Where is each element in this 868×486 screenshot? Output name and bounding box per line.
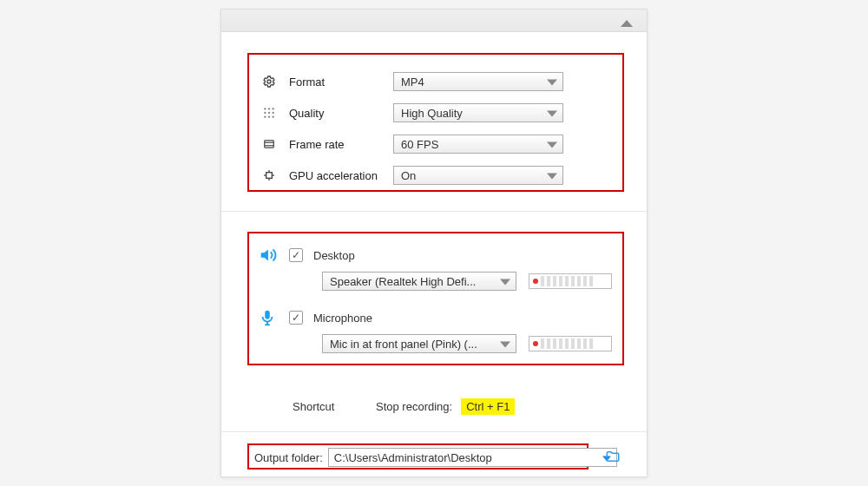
svg-point-2 bbox=[268, 108, 270, 109]
mic-audio-meter bbox=[529, 336, 612, 351]
desktop-device-row: Speaker (Realtek High Defi... bbox=[322, 272, 612, 291]
desktop-audio-row: ✓ Desktop bbox=[258, 246, 355, 265]
svg-marker-18 bbox=[261, 250, 268, 261]
svg-rect-13 bbox=[266, 173, 273, 179]
chevron-down-icon bbox=[547, 76, 557, 89]
quality-label: Quality bbox=[289, 107, 393, 120]
browse-folder-button[interactable] bbox=[603, 449, 622, 464]
microphone-row: ✓ Microphone bbox=[258, 308, 372, 327]
divider bbox=[221, 211, 647, 212]
chevron-down-icon bbox=[547, 169, 557, 182]
chip-icon bbox=[261, 167, 277, 183]
svg-point-5 bbox=[268, 112, 270, 114]
desktop-audio-meter bbox=[529, 273, 612, 289]
svg-point-8 bbox=[268, 116, 270, 118]
format-label: Format bbox=[289, 76, 393, 89]
svg-point-6 bbox=[273, 112, 274, 114]
quality-row: Quality High Quality bbox=[261, 103, 563, 122]
svg-point-0 bbox=[267, 80, 271, 83]
panel-header bbox=[221, 10, 647, 32]
desktop-audio-label: Desktop bbox=[313, 249, 355, 262]
chevron-down-icon bbox=[500, 338, 510, 351]
gpu-row: GPU acceleration On bbox=[261, 166, 563, 185]
shortcut-label: Shortcut bbox=[293, 400, 376, 413]
svg-point-7 bbox=[264, 116, 266, 118]
framerate-row: Frame rate 60 FPS bbox=[261, 135, 563, 154]
gpu-label: GPU acceleration bbox=[289, 169, 393, 182]
output-folder-input[interactable]: C:\Users\Administrator\Desktop bbox=[328, 448, 617, 467]
microphone-checkbox[interactable]: ✓ bbox=[289, 311, 303, 325]
film-icon bbox=[261, 136, 277, 152]
mic-device-row: Mic in at front panel (Pink) (... bbox=[322, 334, 612, 353]
shortcut-action: Stop recording: bbox=[376, 400, 452, 413]
output-folder-row: Output folder: C:\Users\Administrator\De… bbox=[254, 448, 617, 467]
divider bbox=[221, 431, 647, 432]
svg-rect-19 bbox=[265, 311, 270, 319]
svg-point-9 bbox=[273, 116, 274, 118]
chevron-down-icon bbox=[547, 138, 557, 151]
format-row: Format MP4 bbox=[261, 72, 563, 91]
chevron-down-icon bbox=[547, 107, 557, 120]
svg-point-3 bbox=[273, 108, 274, 109]
quality-select[interactable]: High Quality bbox=[393, 103, 563, 122]
shortcut-key: Ctrl + F1 bbox=[461, 398, 515, 415]
svg-point-1 bbox=[264, 108, 266, 109]
output-folder-label: Output folder: bbox=[254, 451, 323, 464]
chevron-down-icon bbox=[500, 275, 510, 288]
settings-panel: Format MP4 Quality High Quality Frame ra… bbox=[220, 9, 648, 477]
gpu-select[interactable]: On bbox=[393, 166, 563, 185]
format-select[interactable]: MP4 bbox=[393, 72, 563, 91]
microphone-label: Microphone bbox=[313, 312, 372, 325]
mic-device-select[interactable]: Mic in at front panel (Pink) (... bbox=[322, 334, 516, 353]
svg-rect-10 bbox=[265, 141, 274, 148]
speaker-icon bbox=[258, 246, 277, 265]
gear-icon bbox=[261, 74, 277, 89]
desktop-audio-checkbox[interactable]: ✓ bbox=[289, 248, 303, 262]
svg-point-4 bbox=[264, 112, 266, 114]
framerate-label: Frame rate bbox=[289, 138, 393, 151]
microphone-icon bbox=[258, 308, 277, 327]
collapse-icon[interactable] bbox=[621, 16, 633, 30]
quality-icon bbox=[261, 105, 277, 121]
desktop-device-select[interactable]: Speaker (Realtek High Defi... bbox=[322, 272, 516, 291]
framerate-select[interactable]: 60 FPS bbox=[393, 135, 563, 154]
shortcut-row: Shortcut Stop recording: Ctrl + F1 bbox=[293, 398, 622, 415]
